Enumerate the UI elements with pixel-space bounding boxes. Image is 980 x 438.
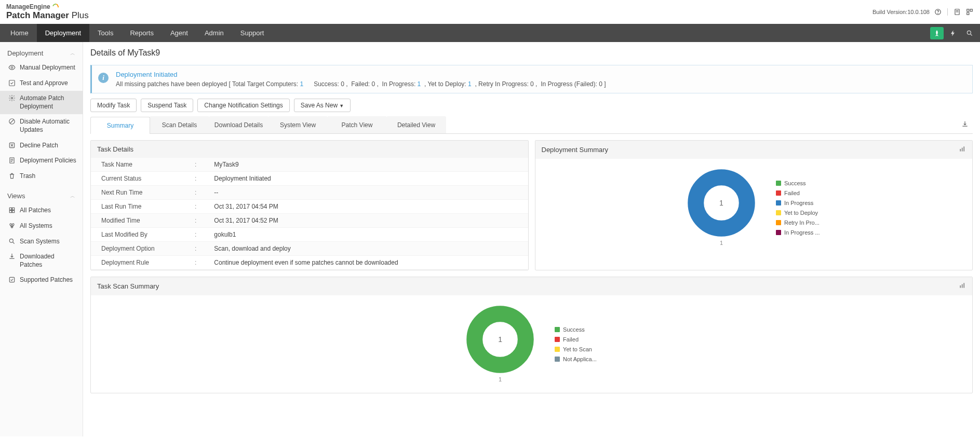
legend-item[interactable]: In Progress (776, 200, 820, 206)
legend-item[interactable]: Success (776, 180, 820, 186)
nav-flash-icon[interactable] (945, 24, 961, 42)
sidebar-section-deployment[interactable]: Deployment ︿ (0, 46, 83, 60)
caret-down-icon: ▼ (339, 103, 344, 108)
detail-value: Oct 31, 2017 04:54 PM (204, 200, 528, 214)
tab-detailed-view[interactable]: Detailed View (386, 116, 446, 133)
legend-item[interactable]: Failed (555, 336, 597, 343)
table-row: Last Run Time:Oct 31, 2017 04:54 PM (91, 200, 528, 214)
change-notification-button[interactable]: Change Notification Settings (197, 99, 289, 112)
systems-icon (8, 222, 16, 229)
save-as-new-button[interactable]: Save As New▼ (294, 99, 351, 112)
chart-toggle-icon[interactable] (959, 282, 966, 291)
sidebar-item-trash[interactable]: Trash (0, 169, 83, 184)
table-row: Task Name:MyTask9 (91, 158, 528, 172)
table-row: Current Status:Deployment Initiated (91, 172, 528, 186)
sidebar-item-manual-deployment[interactable]: Manual Deployment (0, 60, 83, 76)
panels-top: Task Details Task Name:MyTask9Current St… (90, 140, 973, 270)
legend-swatch (776, 200, 781, 206)
tab-summary[interactable]: Summary (90, 117, 150, 134)
main-content: Details of MyTask9 i Deployment Initiate… (83, 42, 980, 436)
sidebar-item-downloaded-patches[interactable]: Downloaded Patches (0, 249, 83, 272)
nav-item-deployment[interactable]: Deployment (37, 24, 89, 42)
license-icon[interactable] (953, 8, 961, 16)
tab-scan-details[interactable]: Scan Details (150, 116, 209, 133)
nav-item-home[interactable]: Home (2, 24, 37, 42)
suspend-task-button[interactable]: Suspend Task (141, 99, 193, 112)
legend-item[interactable]: Success (555, 326, 597, 333)
detail-value: -- (204, 186, 528, 200)
legend-item[interactable]: Not Applica... (555, 356, 597, 362)
detail-value: Deployment Initiated (204, 172, 528, 186)
legend-item[interactable]: Retry In Pro... (776, 220, 820, 226)
jump-icon[interactable] (965, 8, 974, 16)
legend-swatch (555, 357, 560, 362)
svg-point-6 (967, 31, 971, 34)
sidebar-item-label: Disable Automatic Updates (20, 118, 76, 134)
nav-item-support[interactable]: Support (232, 24, 273, 42)
chevron-up-icon: ︿ (70, 50, 75, 57)
sidebar-item-label: All Patches (20, 207, 76, 215)
header-divider (947, 8, 948, 16)
nav-item-admin[interactable]: Admin (196, 24, 232, 42)
sidebar-item-label: Test and Approve (20, 79, 76, 88)
nav-left: HomeDeploymentToolsReportsAgentAdminSupp… (2, 24, 272, 42)
detail-colon: : (184, 158, 204, 172)
info-body: Deployment Initiated All missing patches… (116, 71, 966, 88)
patches-icon (8, 207, 16, 214)
chart-toggle-icon[interactable] (959, 145, 966, 154)
sidebar-item-decline-patch[interactable]: Decline Patch (0, 138, 83, 154)
banner-inprog-val[interactable]: 1 (418, 80, 421, 88)
modify-task-button[interactable]: Modify Task (90, 99, 137, 112)
legend-item[interactable]: Yet to Deploy (776, 210, 820, 216)
sidebar-item-all-patches[interactable]: All Patches (0, 203, 83, 218)
sidebar-item-all-systems[interactable]: All Systems (0, 218, 83, 234)
legend-label: In Progress (784, 200, 813, 206)
tab-patch-view[interactable]: Patch View (327, 116, 387, 133)
nav-item-reports[interactable]: Reports (122, 24, 162, 42)
export-icon[interactable] (957, 120, 973, 129)
legend-item[interactable]: In Progress ... (776, 229, 820, 236)
nav-search-icon[interactable] (961, 24, 978, 42)
deployment-donut[interactable]: 1 (688, 169, 755, 237)
svg-rect-22 (960, 149, 961, 152)
search-icon (8, 238, 16, 245)
legend-swatch (555, 347, 560, 352)
trash-icon (8, 172, 16, 180)
sidebar-item-deployment-policies[interactable]: Deployment Policies (0, 153, 83, 169)
policies-icon (8, 157, 16, 164)
table-row: Deployment Rule:Continue deployment even… (91, 256, 528, 270)
supported-icon (8, 276, 16, 283)
svg-rect-4 (970, 9, 972, 11)
svg-rect-5 (967, 12, 969, 15)
sidebar-section-label: Views (7, 192, 25, 200)
legend-item[interactable]: Failed (776, 190, 820, 196)
tab-system-view[interactable]: System View (268, 116, 328, 133)
help-icon[interactable] (934, 8, 942, 16)
sidebar-item-supported-patches[interactable]: Supported Patches (0, 272, 83, 288)
sidebar-item-scan-systems[interactable]: Scan Systems (0, 234, 83, 250)
nav-launch-icon[interactable] (930, 27, 944, 39)
nav-item-agent[interactable]: Agent (162, 24, 196, 42)
table-row: Modified Time:Oct 31, 2017 04:52 PM (91, 214, 528, 228)
layout: Deployment ︿ Manual DeploymentTest and A… (0, 42, 980, 436)
deployment-summary-title: Deployment Summary (542, 146, 609, 154)
scan-summary-panel: Task Scan Summary 1 1 (90, 277, 973, 393)
banner-total[interactable]: 1 (300, 80, 303, 88)
scan-donut[interactable]: 1 (466, 306, 534, 373)
sidebar-section-views[interactable]: Views ︿ (0, 189, 83, 203)
sidebar-item-automate-patch-deployment[interactable]: Automate Patch Deployment (0, 91, 83, 114)
legend-item[interactable]: Yet to Scan (555, 346, 597, 352)
sidebar-item-label: All Systems (20, 222, 76, 230)
detail-label: Modified Time (91, 214, 184, 228)
banner-yet-val[interactable]: 1 (468, 80, 472, 88)
sidebar-item-test-and-approve[interactable]: Test and Approve (0, 76, 83, 91)
nav-item-tools[interactable]: Tools (89, 24, 122, 42)
banner-success: Success: 0 , (314, 80, 347, 88)
detail-colon: : (184, 256, 204, 270)
detail-value: MyTask9 (204, 158, 528, 172)
tab-download-details[interactable]: Download Details (209, 116, 269, 133)
sidebar-item-disable-automatic-updates[interactable]: Disable Automatic Updates (0, 114, 83, 138)
logo-product-light: Plus (72, 10, 89, 20)
deployment-donut-wrap: 1 1 (688, 169, 755, 246)
legend-swatch (776, 220, 781, 225)
